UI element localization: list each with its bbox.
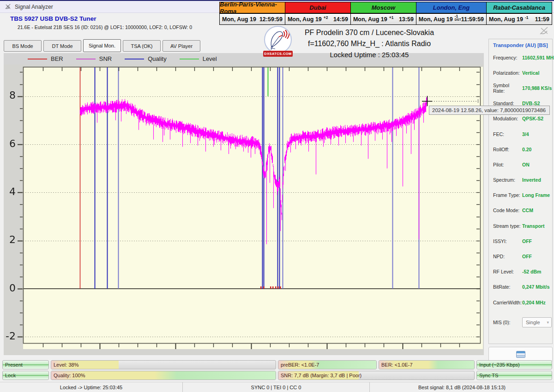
transponder-row-label: Spectrum: — [493, 177, 521, 183]
transponder-row: Stream type: Transport — [493, 218, 552, 233]
clock-date: Mon, Aug 19 — [419, 16, 453, 23]
transponder-row: RollOff: 0.20 — [493, 142, 552, 157]
transponder-row-label: Pilot: — [493, 162, 521, 167]
clock-time: 13:59 — [399, 16, 414, 23]
transponder-row-label: BitRate: — [493, 284, 521, 290]
transponder-row: NPD: OFF — [493, 249, 552, 264]
transponder-row-value: -52 dBm — [522, 269, 541, 274]
input-indicator: Input (~235 Kbps) — [476, 360, 552, 369]
status-bar: Locked -> Uptime: 25:03:45 SYNC 0 | TEI … — [0, 382, 554, 392]
clock-time: 11:59:59 — [461, 16, 484, 23]
locked-uptime-title: Locked Uptime : 25:03:45 — [277, 51, 462, 59]
transponder-row-label: Frequency: — [493, 55, 521, 60]
clock-utc-offset: +2 — [324, 15, 328, 20]
archive-icon — [516, 351, 525, 358]
clock-city-name: Rabat-Casablanca — [487, 2, 552, 14]
clock-dubai: Dubai Mon, Aug 19 +2 14:59 — [285, 2, 351, 25]
transponder-row-value: QPSK-S2 — [522, 116, 543, 121]
transponder-row-label: Symbol Rate: — [493, 83, 521, 94]
transponder-row: RF Level: -52 dBm — [493, 264, 552, 279]
clock-time: 12:59:59 — [259, 16, 283, 23]
transponder-row: FEC: 3/4 — [493, 126, 552, 142]
clock-city-name: Berlin-Paris-Vienna-Roma — [220, 2, 285, 14]
mis-label: MIS (0): — [493, 320, 521, 325]
transponder-row-value: Vertical — [522, 70, 539, 76]
transponder-row: BitRate: 0,247 Mbit/s — [493, 279, 552, 295]
transponder-row-label: RF Level: — [493, 269, 521, 274]
legend-level: Level — [180, 55, 217, 62]
clock-city-name: Moscow — [351, 2, 416, 14]
tab-tsa[interactable]: TSA (OK) — [123, 40, 161, 52]
transponder-row-value: 11602,591 MHz — [522, 55, 554, 60]
tab-dt-mode[interactable]: DT Mode — [43, 40, 81, 52]
transponder-row-label: Frame Type: — [493, 192, 521, 198]
transponder-row-value: 0,204 MHz — [522, 300, 546, 305]
frequency-title: f=11602,760 MHz_H_ : Atlantis Radio — [277, 40, 462, 48]
transponder-row-label: CarrierWidth: — [493, 300, 521, 305]
transponder-row: Pilot: ON — [493, 157, 552, 172]
transponder-row-label: NPD: — [493, 254, 521, 259]
present-indicator: Present — [2, 360, 49, 369]
quality-meter: Quality: 100% — [51, 371, 276, 380]
transponder-row-label: Stream type: — [493, 223, 521, 229]
transponder-row-value: OFF — [522, 254, 532, 259]
clock-utc-offset: -1 — [525, 15, 529, 20]
legend-ber: BER — [28, 55, 63, 62]
clock-time: 11:59 — [535, 16, 549, 23]
transponder-row-value: OFF — [522, 238, 532, 244]
dxsatcs-logo-disc — [264, 26, 292, 53]
ber-meter: BER: <1.0E-7 — [379, 360, 475, 369]
tuner-name: TBS 5927 USB DVB-S2 Tuner — [10, 15, 96, 22]
transponder-row-value: Long Frame — [522, 192, 550, 198]
clock-rabat: Rabat-Casablanca Mon, Aug 19 -1 11:59 — [486, 2, 552, 25]
clock-city-name: Dubai — [285, 2, 350, 14]
ber-line-swatch — [28, 59, 47, 59]
transponder-row-value: 0,247 Mbit/s — [522, 284, 550, 290]
transponder-row-value: ON — [522, 162, 530, 167]
tuner-details: 21.6E - Eutelsat 21B SES 16 (ID: 0216) @… — [18, 24, 192, 30]
status-sync-counters: SYNC 0 | TEI 0 | CC 0 — [182, 382, 369, 392]
transponder-row: Polarization: Vertical — [493, 65, 552, 80]
legend-snr: SNR — [76, 55, 112, 62]
clock-berlin: Berlin-Paris-Vienna-Roma Mon, Aug 19 12:… — [219, 2, 285, 25]
mis-dropdown[interactable]: Single ▾ — [522, 317, 552, 327]
transponder-row-label: Code Mode: — [493, 208, 521, 213]
transponder-row: Frequency: 11602,591 MHz — [493, 50, 552, 65]
transponder-row-value: 3/4 — [522, 131, 529, 137]
transponder-row-label: ISSYI: — [493, 238, 521, 244]
sync-ts-indicator: Sync TS — [476, 371, 552, 380]
transponder-row-value: 170,988 KS/s — [522, 85, 552, 91]
tab-av-player[interactable]: AV Player — [163, 40, 200, 52]
level-meter: Level: 38% — [51, 360, 276, 369]
legend-quality: Quality — [125, 55, 166, 62]
transponder-row-value: 0.20 — [522, 147, 531, 152]
signal-monitor-chart[interactable] — [4, 65, 484, 355]
transponder-row: CarrierWidth: 0,204 MHz — [493, 295, 552, 310]
status-best-signal: Best signal: 8,1 dB (2024-08-18 15:13) — [369, 382, 554, 392]
quality-line-swatch — [125, 59, 144, 59]
tab-bs-mode[interactable]: BS Mode — [4, 40, 42, 52]
status-locked-uptime: Locked -> Uptime: 25:03:45 — [0, 382, 182, 392]
transponder-row-label: Modulation: — [493, 116, 521, 121]
mode-tabs: BS Mode DT Mode Signal Mon. TSA (OK) AV … — [4, 40, 200, 52]
satellite-dish-small-icon — [538, 26, 550, 36]
level-line-swatch — [180, 59, 199, 59]
transponder-row-value: Transport — [522, 223, 544, 229]
transponder-row: Code Mode: CCM — [493, 203, 552, 218]
transponder-row: Symbol Rate: 170,988 KS/s — [493, 80, 552, 95]
chevron-down-icon: ▾ — [547, 320, 549, 325]
chart-cursor-tooltip: 2024-08-19 12.58.26, value: 7,8000001907… — [429, 106, 550, 115]
clock-london: London, Eng Mon, Aug 19 -1DST 11:59:59 — [416, 2, 487, 25]
clock-moscow: Moscow Mon, Aug 19 +1 13:59 — [350, 2, 416, 25]
transponder-row-value: CCM — [522, 208, 533, 213]
transponder-rows: Frequency: 11602,591 MHz Polarization: V… — [493, 50, 552, 310]
transponder-row: Spectrum: Inverted — [493, 172, 552, 188]
transponder-row-label: RollOff: — [493, 147, 521, 152]
clock-time: 14:59 — [333, 16, 348, 23]
tab-signal-mon[interactable]: Signal Mon. — [83, 39, 121, 52]
clock-date: Mon, Aug 19 — [353, 16, 387, 23]
snr-meter: SNR: 7,7 dB (Margin: 3,7 dB | Poor) — [278, 371, 475, 380]
world-clock-bar: Berlin-Paris-Vienna-Roma Mon, Aug 19 12:… — [220, 2, 552, 25]
transponder-row: Frame Type: Long Frame — [493, 188, 552, 203]
lock-indicator: Lock — [2, 371, 49, 380]
